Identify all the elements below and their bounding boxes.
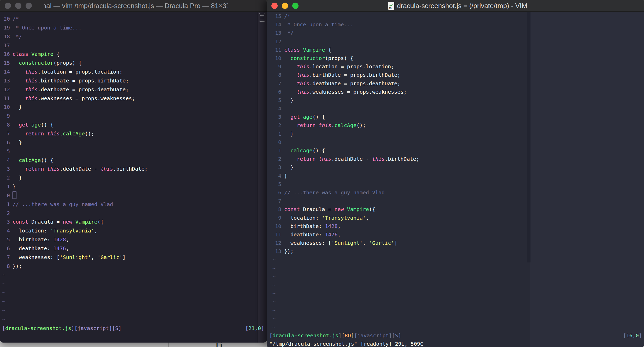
code-line: 3 get age() { [267, 113, 644, 121]
line-number: 10 [2, 103, 10, 112]
line-number: 1 [2, 182, 10, 191]
terminal-window-title: Terminal — vim /tmp/dracula-screenshot.j… [44, 2, 228, 10]
empty-buffer-line: ~ [267, 306, 644, 314]
code-line: 18 */ [0, 32, 267, 41]
code-line: 13}); [267, 247, 644, 255]
line-number: 14 [272, 20, 281, 29]
code-line: 15/* [267, 12, 644, 20]
line-number: 7 [272, 79, 281, 88]
line-number: 13 [272, 247, 281, 255]
zoom-button[interactable] [26, 3, 32, 9]
line-number: 12 [2, 85, 10, 94]
code-line: 7 this.deathDate = props.deathDate; [267, 79, 644, 88]
empty-buffer-line: ~ [267, 323, 644, 331]
code-line: 6 } [0, 138, 267, 147]
line-number: 4 [2, 226, 10, 235]
code-line: 10 constructor(props) { [267, 54, 644, 62]
line-number: 14 [2, 68, 10, 76]
line-number: 2 [272, 155, 281, 163]
scrollbar-thumb-icon[interactable] [259, 13, 265, 22]
line-number: 11 [272, 46, 281, 54]
code-line: 20/* [0, 15, 267, 23]
line-number: 0 [272, 138, 281, 146]
code-line: 12 [267, 37, 644, 46]
empty-buffer-line: ~ [0, 288, 267, 297]
line-number: 13 [272, 29, 281, 37]
code-line: 6 deathDate: 1476, [0, 244, 267, 253]
line-number: 17 [2, 41, 10, 50]
code-line: 3 } [267, 163, 644, 171]
empty-buffer-line: ~ [0, 315, 267, 324]
line-number: 6 [272, 88, 281, 96]
macvim-titlebar[interactable]: JS dracula-screenshot.js = (/private/tmp… [267, 0, 644, 12]
line-number: 15 [272, 12, 281, 20]
line-number: 11 [2, 94, 10, 103]
code-line: 19 * Once upon a time... [0, 23, 267, 32]
code-line: 2 return this.deathDate - this.birthDate… [267, 155, 644, 163]
line-number: 8 [272, 71, 281, 79]
code-line: 8const Dracula = new Vampire({ [267, 205, 644, 213]
zoom-button[interactable] [292, 3, 299, 9]
code-line: 11 this.weaknesses = props.weaknesses; [0, 94, 267, 103]
minimize-button[interactable] [15, 3, 21, 9]
macvim-buffer[interactable]: 15/*14 * Once upon a time...13 */1211cla… [267, 12, 644, 331]
line-number: 10 [272, 54, 281, 62]
terminal-traffic-lights [0, 3, 44, 9]
empty-buffer-line: ~ [267, 281, 644, 289]
minimize-button[interactable] [282, 3, 288, 9]
close-button[interactable] [5, 3, 11, 9]
line-number: 10 [272, 222, 281, 230]
line-number: 5 [2, 147, 10, 156]
line-number: 18 [2, 32, 10, 41]
line-number: 6 [272, 188, 281, 197]
code-line: 7 weaknesses: ['Sunlight', 'Garlic'] [0, 253, 267, 262]
code-line: 8 this.birthDate = props.birthDate; [267, 71, 644, 79]
code-line: 11 deathDate: 1476, [267, 230, 644, 239]
line-number: 19 [2, 23, 10, 32]
code-line: 3const Dracula = new Vampire({ [0, 218, 267, 226]
line-number: 3 [2, 165, 10, 174]
macvim-title-text: dracula-screenshot.js = (/private/tmp) -… [397, 2, 527, 10]
code-line: 4} [267, 172, 644, 180]
code-line: 13 */ [267, 29, 644, 37]
statusline-file-info: [dracula-screenshot.js][javascript][S] [2, 324, 122, 333]
line-number: 9 [2, 112, 10, 121]
empty-buffer-line: ~ [0, 271, 267, 279]
vim-statusline-right: [dracula-screenshot.js][RO][javascript][… [267, 331, 644, 340]
terminal-scrollbar[interactable] [258, 12, 267, 343]
line-number: 5 [272, 96, 281, 104]
code-line: 9 this.location = props.location; [267, 62, 644, 71]
empty-buffer-line: ~ [267, 264, 644, 272]
code-line: 10 } [0, 103, 267, 112]
code-line: 13 this.birthDate = props.birthDate; [0, 76, 267, 85]
line-number: 8 [2, 121, 10, 129]
code-line: 12 weaknesses: ['Sunlight', 'Garlic'] [267, 239, 644, 247]
line-number: 6 [2, 138, 10, 147]
terminal-vim-buffer[interactable]: 20/*19 * Once upon a time...18 */1716cla… [0, 15, 267, 324]
code-line: 2 [0, 209, 267, 218]
code-line: 2 return this.calcAge(); [267, 121, 644, 129]
code-line: 1} [0, 182, 267, 191]
statusline-cursor-position: [16,0] [623, 331, 642, 340]
code-line: 5 } [267, 96, 644, 104]
vim-hollow-cursor [13, 192, 16, 199]
background-partial-text: Li [216, 342, 222, 347]
code-line: 9 location: 'Transylvania', [267, 214, 644, 222]
sprout-icon [389, 2, 393, 7]
line-number: 2 [2, 174, 10, 182]
code-line: 1// ...there was a guy named Vlad [0, 200, 267, 209]
code-line: 1 calcAge() { [267, 146, 644, 155]
empty-buffer-line: ~ [267, 314, 644, 323]
terminal-titlebar[interactable]: Terminal — vim /tmp/dracula-screenshot.j… [0, 0, 267, 12]
line-number: 1 [272, 146, 281, 155]
line-number: 12 [272, 37, 281, 46]
empty-buffer-line: ~ [267, 289, 644, 297]
vim-command-line: "/tmp/dracula-screenshot.js" [readonly] … [267, 340, 644, 347]
code-line: 5 [0, 147, 267, 156]
code-line: 4 calcAge() { [0, 156, 267, 165]
line-number: 9 [272, 62, 281, 71]
line-number: 2 [2, 209, 10, 218]
code-line: 14 * Once upon a time... [267, 20, 644, 29]
line-number: 7 [2, 129, 10, 138]
close-button[interactable] [271, 3, 278, 9]
